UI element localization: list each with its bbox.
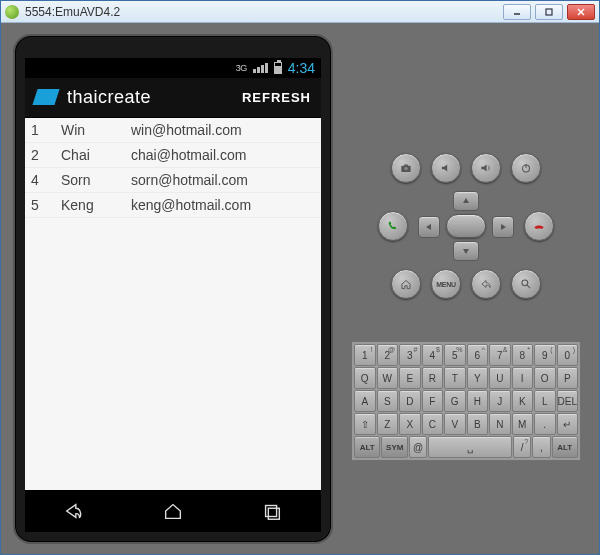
emulator-window: 5554:EmuAVD4.2 3G 4:34: [0, 0, 600, 555]
hardware-keyboard: 1!2@3#4$5%6^7&8*9(0)QWERTYUIOPASDFGHJKLD…: [351, 341, 581, 461]
call-button[interactable]: [378, 211, 408, 241]
key-d[interactable]: D: [399, 390, 421, 412]
key-z[interactable]: Z: [377, 413, 399, 435]
key-9[interactable]: 9(: [534, 344, 556, 366]
window-maximize-button[interactable]: [535, 4, 563, 20]
key-del[interactable]: DEL: [557, 390, 579, 412]
dpad: [418, 191, 514, 261]
cell-id: 5: [25, 192, 55, 217]
table-row[interactable]: 4Sornsorn@hotmail.com: [25, 167, 321, 192]
key-5[interactable]: 5%: [444, 344, 466, 366]
table-row[interactable]: 1Winwin@hotmail.com: [25, 118, 321, 143]
key-r[interactable]: R: [422, 367, 444, 389]
cell-id: 4: [25, 167, 55, 192]
control-pad: MENU: [378, 153, 554, 299]
dpad-left-button[interactable]: [418, 216, 440, 238]
key-l[interactable]: L: [534, 390, 556, 412]
key-w[interactable]: W: [377, 367, 399, 389]
key-o[interactable]: O: [534, 367, 556, 389]
key-a[interactable]: A: [354, 390, 376, 412]
phone-panel: 3G 4:34 thaicreate REFRESH 1Winwin@hotm: [7, 29, 339, 548]
key-sym[interactable]: SYM: [381, 436, 407, 458]
key-j[interactable]: J: [489, 390, 511, 412]
key-n[interactable]: N: [489, 413, 511, 435]
power-button[interactable]: [511, 153, 541, 183]
app-actionbar: thaicreate REFRESH: [25, 78, 321, 118]
nav-home-button[interactable]: [157, 498, 189, 524]
key-4[interactable]: 4$: [422, 344, 444, 366]
cell-email: keng@hotmail.com: [125, 192, 321, 217]
key-t[interactable]: T: [444, 367, 466, 389]
key-sub: (: [550, 346, 552, 353]
key-x[interactable]: X: [399, 413, 421, 435]
key-g[interactable]: G: [444, 390, 466, 412]
key-sub: *: [527, 346, 530, 353]
key-.[interactable]: .: [534, 413, 556, 435]
dpad-right-button[interactable]: [492, 216, 514, 238]
key-f[interactable]: F: [422, 390, 444, 412]
table-row[interactable]: 5Kengkeng@hotmail.com: [25, 192, 321, 217]
cell-id: 2: [25, 142, 55, 167]
window-titlebar: 5554:EmuAVD4.2: [1, 1, 599, 23]
svg-rect-8: [404, 165, 408, 167]
key-7[interactable]: 7&: [489, 344, 511, 366]
window-minimize-button[interactable]: [503, 4, 531, 20]
key-0[interactable]: 0): [557, 344, 579, 366]
key-sub: $: [436, 346, 440, 353]
dpad-down-button[interactable]: [453, 241, 479, 261]
key-c[interactable]: C: [422, 413, 444, 435]
key-↵[interactable]: ↵: [557, 413, 579, 435]
key-b[interactable]: B: [467, 413, 489, 435]
key-s[interactable]: S: [377, 390, 399, 412]
key-2[interactable]: 2@: [377, 344, 399, 366]
cell-email: chai@hotmail.com: [125, 142, 321, 167]
key-␣[interactable]: ␣: [428, 436, 512, 458]
key-v[interactable]: V: [444, 413, 466, 435]
key-sub: #: [414, 346, 418, 353]
menu-button[interactable]: MENU: [431, 269, 461, 299]
battery-icon: [274, 62, 282, 74]
key-,[interactable]: ,: [532, 436, 550, 458]
key-@[interactable]: @: [409, 436, 427, 458]
svg-rect-4: [265, 505, 276, 516]
key-8[interactable]: 8*: [512, 344, 534, 366]
key-m[interactable]: M: [512, 413, 534, 435]
search-button[interactable]: [511, 269, 541, 299]
cell-name: Sorn: [55, 167, 125, 192]
home-button[interactable]: [391, 269, 421, 299]
key-⇧[interactable]: ⇧: [354, 413, 376, 435]
dpad-center-button[interactable]: [446, 214, 486, 238]
nav-back-button[interactable]: [58, 498, 90, 524]
camera-button[interactable]: [391, 153, 421, 183]
key-i[interactable]: I: [512, 367, 534, 389]
key-1[interactable]: 1!: [354, 344, 376, 366]
key-6[interactable]: 6^: [467, 344, 489, 366]
window-close-button[interactable]: [567, 4, 595, 20]
key-q[interactable]: Q: [354, 367, 376, 389]
svg-line-12: [527, 285, 530, 288]
key-e[interactable]: E: [399, 367, 421, 389]
cell-id: 1: [25, 118, 55, 143]
key-3[interactable]: 3#: [399, 344, 421, 366]
data-list[interactable]: 1Winwin@hotmail.com2Chaichai@hotmail.com…: [25, 118, 321, 490]
key-alt[interactable]: ALT: [354, 436, 380, 458]
nav-recent-button[interactable]: [256, 498, 288, 524]
phone-frame: 3G 4:34 thaicreate REFRESH 1Winwin@hotm: [13, 34, 333, 544]
key-h[interactable]: H: [467, 390, 489, 412]
dpad-up-button[interactable]: [453, 191, 479, 211]
key-y[interactable]: Y: [467, 367, 489, 389]
key-/[interactable]: /?: [513, 436, 531, 458]
refresh-button[interactable]: REFRESH: [242, 90, 311, 105]
key-u[interactable]: U: [489, 367, 511, 389]
svg-point-11: [522, 280, 528, 286]
back-button[interactable]: [471, 269, 501, 299]
network-indicator: 3G: [236, 63, 247, 73]
volume-up-button[interactable]: [471, 153, 501, 183]
cell-email: win@hotmail.com: [125, 118, 321, 143]
end-call-button[interactable]: [524, 211, 554, 241]
volume-down-button[interactable]: [431, 153, 461, 183]
key-k[interactable]: K: [512, 390, 534, 412]
key-alt[interactable]: ALT: [552, 436, 578, 458]
table-row[interactable]: 2Chaichai@hotmail.com: [25, 142, 321, 167]
key-p[interactable]: P: [557, 367, 579, 389]
